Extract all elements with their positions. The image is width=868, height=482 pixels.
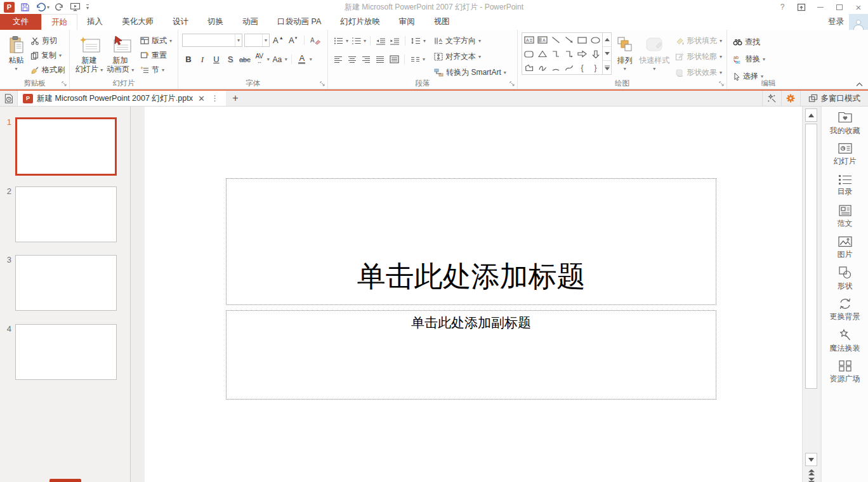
tab-transitions[interactable]: 切换 xyxy=(198,14,233,30)
layout-dropdown-arrow[interactable]: ▾ xyxy=(169,38,172,44)
copy-dropdown-arrow[interactable]: ▾ xyxy=(59,53,62,58)
shape-rectangle-icon[interactable] xyxy=(575,33,589,47)
shape-arc-icon[interactable] xyxy=(549,61,562,75)
save-icon[interactable] xyxy=(20,3,30,12)
slide-thumbnail-4[interactable] xyxy=(15,324,117,380)
paragraph-dialog-launcher[interactable] xyxy=(510,81,515,87)
tab-pocket-animation[interactable]: 口袋动画 PA xyxy=(268,14,331,30)
shape-triangle-icon[interactable] xyxy=(536,47,549,61)
strikethrough-button[interactable]: abc xyxy=(238,53,252,66)
sidebar-item-sample-docs[interactable]: 范文 xyxy=(822,201,868,232)
vertical-scrollbar[interactable] xyxy=(802,107,819,482)
paste-button[interactable]: 粘贴 ▾ xyxy=(4,32,29,79)
shape-down-arrow-icon[interactable] xyxy=(589,47,602,61)
shape-elbow-connector-icon[interactable] xyxy=(549,47,562,61)
columns-button[interactable] xyxy=(409,53,421,66)
align-left-button[interactable] xyxy=(332,53,345,66)
text-direction-dropdown-arrow[interactable]: ▾ xyxy=(478,38,481,44)
shape-elbow-arrow-connector-icon[interactable] xyxy=(562,47,575,61)
sidebar-item-toc[interactable]: 目录 xyxy=(822,170,868,201)
align-center-button[interactable] xyxy=(346,53,358,66)
quick-styles-dropdown-arrow[interactable]: ▾ xyxy=(653,65,655,74)
justify-button[interactable] xyxy=(374,53,386,66)
align-text-button[interactable]: 对齐文本 ▾ xyxy=(432,49,508,63)
ribbon-display-options-button[interactable] xyxy=(792,0,811,14)
add-animation-page-dropdown-arrow[interactable]: ▾ xyxy=(131,67,134,73)
columns-dropdown-arrow[interactable]: ▾ xyxy=(423,56,425,62)
drawing-dialog-launcher[interactable] xyxy=(719,81,725,87)
tab-file[interactable]: 文件 xyxy=(0,14,41,30)
decrease-indent-button[interactable] xyxy=(374,34,387,48)
subtitle-placeholder[interactable]: 单击此处添加副标题 xyxy=(226,310,716,400)
italic-button[interactable]: I xyxy=(196,53,209,66)
shape-oval-icon[interactable] xyxy=(589,33,602,47)
shape-left-brace-icon[interactable]: { xyxy=(575,61,589,75)
convert-to-smartart-button[interactable]: 转换为 SmartArt ▾ xyxy=(432,65,508,79)
replace-button[interactable]: abac 替换 ▾ xyxy=(731,52,767,66)
user-avatar[interactable] xyxy=(849,14,868,30)
increase-font-size-button[interactable]: A▲ xyxy=(272,34,285,47)
tab-view[interactable]: 视图 xyxy=(424,14,459,30)
font-color-dropdown-arrow[interactable]: ▾ xyxy=(310,56,312,62)
shape-right-arrow-icon[interactable] xyxy=(575,47,589,61)
shape-vertical-textbox-icon[interactable]: A xyxy=(536,33,549,47)
sidebar-item-resource-plaza[interactable]: 资源广场 xyxy=(822,356,868,388)
align-text-dropdown-arrow[interactable]: ▾ xyxy=(478,54,481,60)
bold-button[interactable]: B xyxy=(182,53,195,66)
shape-scribble-icon[interactable] xyxy=(536,61,549,75)
magic-wand-icon[interactable] xyxy=(762,91,781,106)
line-spacing-button[interactable] xyxy=(409,34,422,48)
tab-beautify-master[interactable]: 美化大师 xyxy=(112,14,163,30)
document-tab-close-icon[interactable]: ✕ xyxy=(197,94,206,103)
shape-outline-button[interactable]: 形状轮廓 ▾ xyxy=(673,49,724,63)
format-painter-button[interactable]: 格式刷 xyxy=(29,63,67,77)
font-color-button[interactable]: A xyxy=(296,53,308,66)
shape-effects-dropdown-arrow[interactable]: ▾ xyxy=(720,70,722,75)
change-case-button[interactable]: Aa xyxy=(271,53,284,66)
change-case-dropdown-arrow[interactable]: ▾ xyxy=(285,56,287,62)
previous-slide-button[interactable] xyxy=(806,469,817,476)
new-slide-dropdown-arrow[interactable]: ▾ xyxy=(100,67,103,73)
shape-arrow-icon[interactable] xyxy=(562,33,575,47)
section-button[interactable]: 节 ▾ xyxy=(138,63,174,77)
sidebar-item-shapes[interactable]: 形状 xyxy=(822,263,868,294)
increase-indent-button[interactable] xyxy=(388,34,401,48)
quick-styles-button[interactable]: 快速样式 ▾ xyxy=(638,32,671,79)
shape-fill-button[interactable]: 形状填充 ▾ xyxy=(673,34,724,48)
next-slide-button[interactable] xyxy=(806,477,817,482)
bullets-button[interactable] xyxy=(332,34,345,48)
document-tab-menu-icon[interactable]: ⋮ xyxy=(210,94,221,103)
close-button[interactable]: × xyxy=(849,0,868,14)
add-animation-page-button[interactable]: 新加 动画页 ▾ xyxy=(105,32,136,79)
font-name-combo[interactable]: ▾ xyxy=(182,34,242,47)
smartart-dropdown-arrow[interactable]: ▾ xyxy=(504,70,506,75)
align-right-button[interactable] xyxy=(360,53,372,66)
shape-gallery-scroll-up-button[interactable] xyxy=(603,33,611,46)
start-slideshow-icon[interactable] xyxy=(70,3,81,11)
powerpoint-app-icon[interactable]: P xyxy=(4,2,15,13)
shape-textbox-icon[interactable]: A xyxy=(522,33,536,47)
arrange-button[interactable]: 排列 ▾ xyxy=(612,32,638,79)
shape-right-brace-icon[interactable]: } xyxy=(589,61,602,75)
shape-rounded-rectangle-icon[interactable] xyxy=(522,47,536,61)
shape-line-icon[interactable] xyxy=(549,33,562,47)
paste-dropdown-arrow[interactable]: ▾ xyxy=(15,65,17,74)
character-spacing-button[interactable]: AV↔ xyxy=(253,53,266,66)
sidebar-item-change-background[interactable]: 更换背景 xyxy=(822,294,868,325)
scroll-down-button[interactable] xyxy=(805,453,817,466)
text-shadow-button[interactable]: S xyxy=(224,53,237,66)
undo-button[interactable]: ▾ xyxy=(36,3,49,11)
settings-gear-icon[interactable] xyxy=(781,91,800,106)
shape-gallery-scroll-down-button[interactable] xyxy=(603,46,611,60)
scrollbar-thumb[interactable] xyxy=(805,124,817,389)
shape-effects-button[interactable]: 形状效果 ▾ xyxy=(673,65,724,79)
layout-button[interactable]: 版式 ▾ xyxy=(138,34,174,48)
tab-review[interactable]: 审阅 xyxy=(390,14,424,30)
underline-button[interactable]: U xyxy=(210,53,223,66)
tab-insert[interactable]: 插入 xyxy=(77,14,112,30)
distribute-text-button[interactable] xyxy=(388,53,400,66)
title-placeholder[interactable]: 单击此处添加标题 xyxy=(226,178,716,305)
numbering-dropdown-arrow[interactable]: ▾ xyxy=(364,38,366,44)
arrange-dropdown-arrow[interactable]: ▾ xyxy=(624,65,626,74)
clear-formatting-button[interactable]: A xyxy=(309,34,322,47)
